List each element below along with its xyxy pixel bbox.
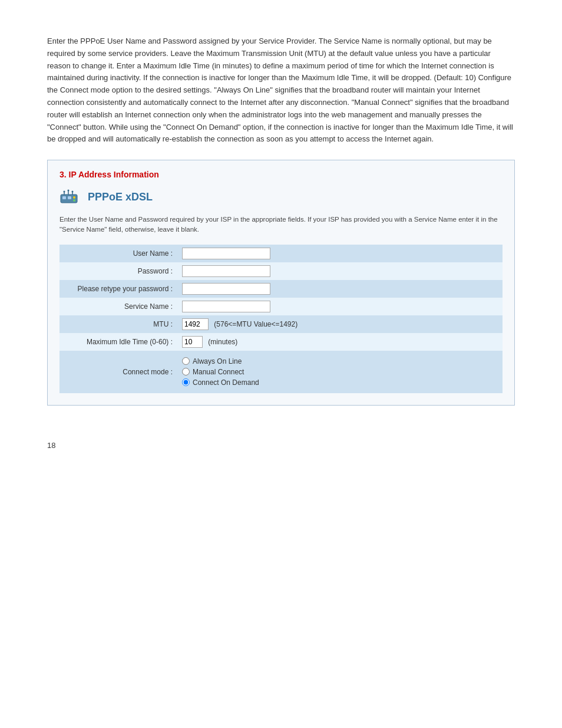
password-input[interactable]: [182, 265, 270, 277]
minutes-label: (minutes): [208, 338, 237, 346]
service-input-cell: [177, 298, 503, 315]
idle-time-input[interactable]: [182, 336, 203, 348]
ip-address-section: 3. IP Address Information PPPoE xDSL Ent…: [47, 160, 515, 406]
manual-connect-label: Manual Connect: [193, 368, 244, 376]
retype-input-cell: [177, 280, 503, 298]
idle-input-cell: (minutes): [177, 333, 503, 351]
idle-label: Maximum Idle Time (0-60) :: [59, 333, 177, 351]
manual-connect-radio[interactable]: [182, 368, 190, 375]
pppoe-header: PPPoE xDSL: [59, 187, 503, 206]
always-on-line-option[interactable]: Always On Line: [182, 357, 498, 365]
mtu-row: MTU : (576<=MTU Value<=1492): [59, 315, 503, 333]
idle-time-row: Maximum Idle Time (0-60) : (minutes): [59, 333, 503, 351]
mtu-input[interactable]: [182, 318, 209, 330]
password-row: Password :: [59, 262, 503, 280]
retype-password-row: Please retype your password :: [59, 280, 503, 298]
svg-point-9: [73, 196, 75, 199]
user-name-input-cell: [177, 245, 503, 262]
mtu-label: MTU :: [59, 315, 177, 333]
section-title: 3. IP Address Information: [59, 170, 503, 179]
connect-mode-label: Connect mode :: [59, 351, 177, 393]
pppoe-description: Enter the User Name and Password require…: [59, 215, 503, 235]
svg-rect-2: [68, 196, 71, 199]
router-icon: [59, 187, 82, 206]
pppoe-title: PPPoE xDSL: [88, 191, 153, 203]
always-on-line-radio[interactable]: [182, 357, 190, 365]
page-number: 18: [47, 441, 515, 450]
svg-point-7: [68, 190, 70, 192]
user-name-row: User Name :: [59, 245, 503, 262]
connect-on-demand-label: Connect On Demand: [193, 378, 259, 387]
svg-rect-1: [62, 196, 66, 199]
service-name-input[interactable]: [182, 301, 270, 312]
retype-label: Please retype your password :: [59, 280, 177, 298]
mtu-note: (576<=MTU Value<=1492): [214, 320, 297, 328]
connect-on-demand-radio[interactable]: [182, 378, 190, 386]
user-name-label: User Name :: [59, 245, 177, 262]
always-on-line-label: Always On Line: [193, 357, 242, 365]
service-name-row: Service Name :: [59, 298, 503, 315]
mtu-input-cell: (576<=MTU Value<=1492): [177, 315, 503, 333]
service-label: Service Name :: [59, 298, 177, 315]
intro-paragraph: Enter the PPPoE User Name and Password a…: [47, 35, 515, 146]
manual-connect-option[interactable]: Manual Connect: [182, 368, 498, 376]
connect-mode-row: Connect mode : Always On Line Manual Con…: [59, 351, 503, 393]
connect-mode-options: Always On Line Manual Connect Connect On…: [182, 354, 498, 390]
user-name-input[interactable]: [182, 248, 270, 259]
retype-password-input[interactable]: [182, 283, 270, 295]
password-input-cell: [177, 262, 503, 280]
svg-point-10: [73, 199, 75, 202]
svg-point-8: [72, 191, 74, 193]
password-label: Password :: [59, 262, 177, 280]
pppoe-form-table: User Name : Password : Please retype you…: [59, 245, 503, 393]
connect-on-demand-option[interactable]: Connect On Demand: [182, 378, 498, 387]
connect-mode-cell: Always On Line Manual Connect Connect On…: [177, 351, 503, 393]
svg-point-6: [64, 191, 65, 193]
